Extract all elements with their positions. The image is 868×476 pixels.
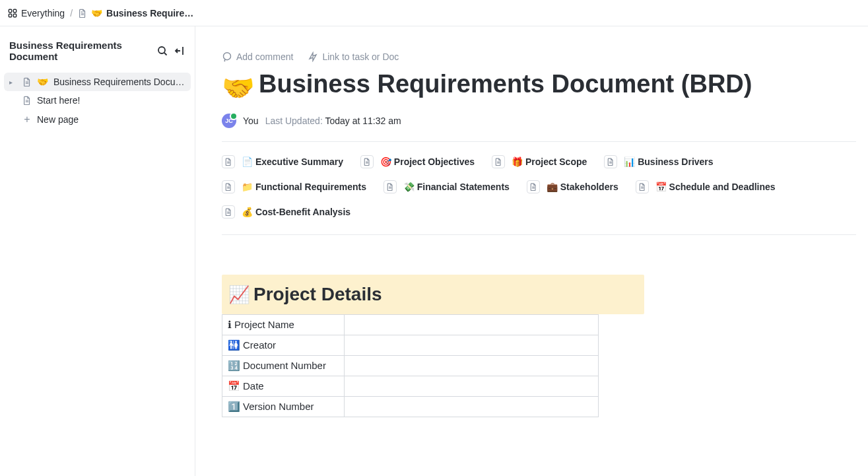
sidebar-new-page[interactable]: + New page bbox=[4, 110, 191, 129]
detail-emoji: 📅 bbox=[228, 380, 240, 391]
subpage-link[interactable]: 📁 Functional Requirements bbox=[222, 180, 366, 193]
doc-icon bbox=[222, 155, 235, 168]
breadcrumb-current[interactable]: 🤝 Business Require… bbox=[78, 8, 193, 18]
sidebar-header: Business Requirements Document bbox=[0, 26, 195, 70]
subpage-emoji: 📊 bbox=[624, 156, 635, 167]
breadcrumb-sep: / bbox=[70, 8, 73, 18]
doc-icon bbox=[222, 205, 235, 219]
doc-meta: JC You Last Updated: Today at 11:32 am bbox=[222, 102, 856, 142]
link-icon bbox=[308, 51, 318, 62]
detail-value-cell[interactable] bbox=[345, 397, 599, 417]
last-updated-value: Today at 11:32 am bbox=[325, 116, 401, 126]
breadcrumb-root-label: Everything bbox=[21, 8, 65, 18]
detail-emoji: 1️⃣ bbox=[228, 401, 240, 412]
subpage-link[interactable]: 💼 Stakeholders bbox=[527, 180, 618, 193]
sidebar-item-label: Business Requirements Document … bbox=[53, 77, 185, 87]
sidebar-item-start[interactable]: Start here! bbox=[4, 91, 191, 110]
svg-rect-3 bbox=[13, 14, 16, 17]
avatar[interactable]: JC bbox=[222, 114, 236, 128]
table-row: 🚻Creator bbox=[222, 335, 599, 356]
breadcrumb-emoji: 🤝 bbox=[91, 8, 102, 18]
subpage-link[interactable]: 📅 Schedule and Deadlines bbox=[636, 180, 776, 193]
add-comment-label: Add comment bbox=[236, 51, 293, 62]
subpage-label: Executive Summary bbox=[255, 156, 343, 167]
detail-label: Document Number bbox=[243, 360, 326, 371]
sidebar-item-emoji: 🤝 bbox=[37, 77, 48, 87]
subpage-link[interactable]: 📊 Business Drivers bbox=[604, 155, 713, 168]
detail-value-cell[interactable] bbox=[345, 376, 599, 397]
page-title-emoji: 🤝 bbox=[222, 71, 255, 104]
add-comment-button[interactable]: Add comment bbox=[222, 51, 293, 62]
section-header-project-details: 📈 Project Details bbox=[222, 275, 644, 314]
subpage-emoji: 🎁 bbox=[512, 156, 523, 167]
subpage-label: Project Objectives bbox=[394, 156, 475, 167]
page-title-text: Business Requirements Document (BRD) bbox=[259, 69, 752, 100]
sidebar-list: ▸ 🤝 Business Requirements Document … Sta… bbox=[0, 70, 195, 132]
subpage-link[interactable]: 💰 Cost-Benefit Analysis bbox=[222, 205, 351, 219]
subpage-link[interactable]: 🎁 Project Scope bbox=[492, 155, 587, 168]
search-icon[interactable] bbox=[156, 45, 168, 57]
collapse-sidebar-icon[interactable] bbox=[174, 45, 185, 57]
doc-top-actions: Add comment Link to task or Doc bbox=[222, 26, 856, 66]
subpage-link[interactable]: 🎯 Project Objectives bbox=[360, 155, 475, 168]
page-title[interactable]: 🤝Business Requirements Document (BRD) bbox=[222, 69, 856, 102]
author-name[interactable]: You bbox=[243, 116, 259, 126]
subpage-label: Functional Requirements bbox=[255, 182, 366, 192]
detail-emoji: ℹ bbox=[228, 319, 232, 330]
comment-icon bbox=[222, 51, 232, 62]
sidebar-new-page-label: New page bbox=[37, 114, 79, 125]
detail-value-cell[interactable] bbox=[345, 356, 599, 376]
subpage-label: Cost-Benefit Analysis bbox=[255, 207, 351, 217]
project-details-table: ℹProject Name🚻Creator🔢Document Number📅Da… bbox=[222, 314, 599, 417]
apps-icon bbox=[8, 9, 17, 18]
last-updated: Last Updated: Today at 11:32 am bbox=[265, 116, 401, 126]
svg-point-5 bbox=[224, 53, 231, 60]
sidebar-item-brd[interactable]: ▸ 🤝 Business Requirements Document … bbox=[4, 73, 191, 91]
link-task-label: Link to task or Doc bbox=[322, 51, 399, 62]
doc-icon bbox=[360, 155, 374, 168]
plus-icon: + bbox=[22, 114, 32, 125]
subpage-emoji: 💰 bbox=[242, 207, 253, 217]
doc-icon bbox=[22, 77, 32, 86]
subpage-emoji: 📅 bbox=[655, 182, 667, 192]
subpage-link[interactable]: 💸 Financial Statements bbox=[384, 180, 510, 193]
doc-icon bbox=[22, 96, 32, 105]
subpages: 📄 Executive Summary🎯 Project Objectives🎁… bbox=[222, 142, 856, 235]
detail-label: Creator bbox=[243, 339, 276, 351]
doc-icon bbox=[492, 155, 505, 168]
detail-label-cell[interactable]: 📅Date bbox=[222, 376, 345, 397]
sidebar-title: Business Requirements Document bbox=[9, 40, 151, 62]
subpage-label: Project Scope bbox=[525, 156, 587, 167]
breadcrumb-root[interactable]: Everything bbox=[8, 8, 65, 18]
section-emoji: 📈 bbox=[228, 285, 250, 305]
svg-rect-2 bbox=[9, 14, 11, 17]
subpage-label: Stakeholders bbox=[560, 182, 618, 192]
doc-icon bbox=[78, 9, 87, 18]
svg-point-4 bbox=[158, 47, 165, 53]
detail-label-cell[interactable]: 🚻Creator bbox=[222, 335, 345, 356]
subpage-emoji: 📄 bbox=[242, 156, 253, 167]
table-row: 📅Date bbox=[222, 376, 599, 397]
table-row: 1️⃣Version Number bbox=[222, 397, 599, 417]
link-task-button[interactable]: Link to task or Doc bbox=[308, 51, 399, 62]
last-updated-label: Last Updated: bbox=[265, 116, 323, 126]
main: Add comment Link to task or Doc 🤝Busines… bbox=[195, 26, 868, 476]
subpage-label: Business Drivers bbox=[638, 156, 713, 167]
subpage-link[interactable]: 📄 Executive Summary bbox=[222, 155, 343, 168]
svg-rect-1 bbox=[13, 9, 16, 12]
detail-label: Date bbox=[243, 380, 264, 391]
subpage-emoji: 💼 bbox=[547, 182, 558, 192]
detail-label-cell[interactable]: ℹProject Name bbox=[222, 315, 345, 335]
detail-label: Version Number bbox=[243, 401, 314, 412]
detail-value-cell[interactable] bbox=[345, 335, 599, 356]
section-title: Project Details bbox=[253, 284, 382, 305]
breadcrumb-current-label: Business Require… bbox=[106, 8, 193, 18]
chevron-right-icon[interactable]: ▸ bbox=[9, 79, 17, 86]
doc-icon bbox=[222, 180, 235, 193]
doc-icon bbox=[527, 180, 540, 193]
detail-value-cell[interactable] bbox=[345, 315, 599, 335]
svg-rect-0 bbox=[9, 9, 11, 12]
detail-label-cell[interactable]: 1️⃣Version Number bbox=[222, 397, 345, 417]
doc-icon bbox=[384, 180, 397, 193]
detail-label-cell[interactable]: 🔢Document Number bbox=[222, 356, 345, 376]
